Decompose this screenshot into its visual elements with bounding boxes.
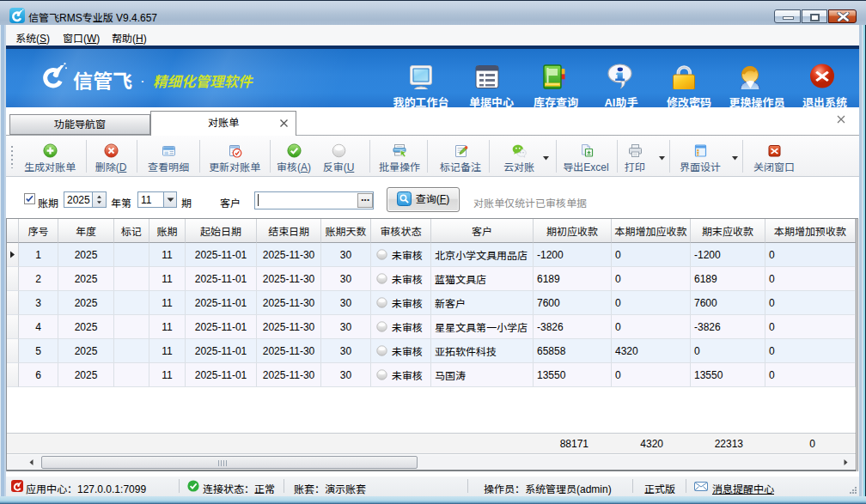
svg-text:信管飞: 信管飞 <box>73 65 132 94</box>
svg-text:精细化管理软件: 精细化管理软件 <box>153 70 253 91</box>
svg-text:·: · <box>140 73 145 89</box>
